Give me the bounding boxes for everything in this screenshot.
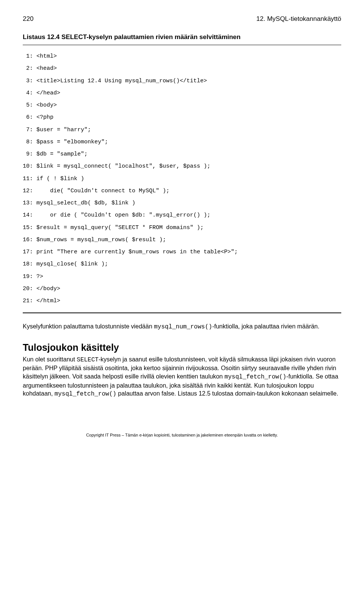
code-listing: 1: <html> 2: <head> 3: <title>Listing 12… — [23, 50, 341, 307]
paragraph-intro: Kyselyfunktion palauttama tulostunniste … — [23, 322, 341, 331]
code-fragment: mysql_num_rows() — [154, 323, 212, 330]
code-fragment: mysql_fetch_row() — [224, 374, 286, 380]
text-fragment: Kyselyfunktion palauttama tulostunniste … — [23, 323, 154, 330]
divider-top — [23, 45, 341, 45]
divider-bottom — [23, 312, 341, 313]
code-fragment: mysql_fetch_row() — [55, 391, 116, 397]
page-footer: Copyright IT Press – Tämän e-kirjan kopi… — [23, 433, 341, 437]
text-fragment: Kun olet suorittanut — [23, 356, 77, 363]
page-number: 220 — [23, 15, 33, 23]
page-header: 220 12. MySQL-tietokannankäyttö — [23, 15, 341, 23]
section-heading: Tulosjoukon käsittely — [23, 342, 341, 353]
page-container: 220 12. MySQL-tietokannankäyttö Listaus … — [0, 0, 364, 460]
text-fragment: palauttaa arvon false. Listaus 12.5 tulo… — [116, 390, 338, 397]
chapter-title: 12. MySQL-tietokannankäyttö — [256, 15, 341, 23]
code-fragment: SELECT — [77, 356, 99, 363]
text-fragment: -funktiolla, joka palauttaa rivien määrä… — [212, 323, 320, 330]
section-paragraph: Kun olet suorittanut SELECT-kyselyn ja s… — [23, 355, 341, 399]
listing-title: Listaus 12.4 SELECT-kyselyn palauttamien… — [23, 33, 341, 41]
